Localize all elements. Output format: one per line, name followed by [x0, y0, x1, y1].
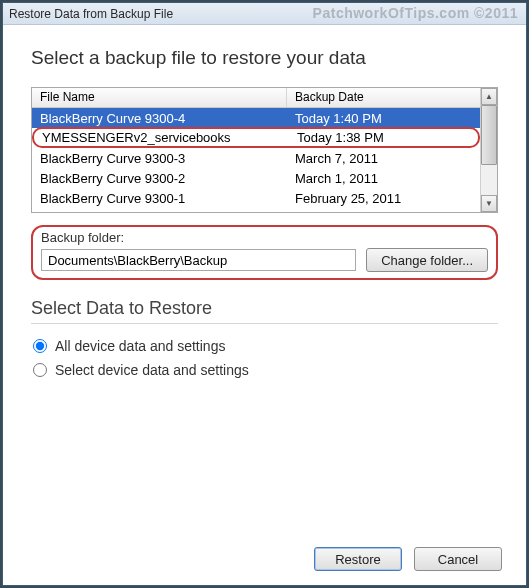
cell-date: Today 1:38 PM	[289, 130, 478, 145]
scroll-track[interactable]	[481, 105, 497, 195]
page-title: Select a backup file to restore your dat…	[31, 47, 498, 69]
table-row[interactable]: BlackBerry Curve 9300-1 February 25, 201…	[32, 188, 480, 208]
restore-button[interactable]: Restore	[314, 547, 402, 571]
change-folder-button[interactable]: Change folder...	[366, 248, 488, 272]
col-header-filename[interactable]: File Name	[32, 88, 287, 107]
restore-options-section: Select Data to Restore All device data a…	[31, 298, 498, 382]
backup-folder-line: Change folder...	[41, 248, 488, 272]
cell-filename: BlackBerry Curve 9300-3	[32, 151, 287, 166]
table-row[interactable]: BlackBerry Curve 9300-3 March 7, 2011	[32, 148, 480, 168]
table-body: File Name Backup Date BlackBerry Curve 9…	[32, 88, 480, 212]
scroll-thumb[interactable]	[481, 105, 497, 165]
table-header-row: File Name Backup Date	[32, 88, 480, 108]
cell-filename: BlackBerry Curve 9300-1	[32, 191, 287, 206]
radio-all-label: All device data and settings	[55, 338, 225, 354]
cell-date: March 7, 2011	[287, 151, 480, 166]
cell-date: Today 1:40 PM	[287, 111, 480, 126]
table-row[interactable]: YMESSENGERv2_servicebooks Today 1:38 PM	[32, 127, 480, 148]
col-header-backupdate[interactable]: Backup Date	[287, 88, 480, 107]
cell-filename: BlackBerry Curve 9300-4	[32, 111, 287, 126]
restore-options-heading: Select Data to Restore	[31, 298, 498, 324]
content-area: Select a backup file to restore your dat…	[3, 25, 526, 382]
backup-folder-section: Backup folder: Change folder...	[31, 225, 498, 280]
cancel-button[interactable]: Cancel	[414, 547, 502, 571]
cell-date: March 1, 2011	[287, 171, 480, 186]
radio-select-data[interactable]: Select device data and settings	[31, 358, 498, 382]
cell-filename: YMESSENGERv2_servicebooks	[34, 130, 289, 145]
backup-folder-input[interactable]	[41, 249, 356, 271]
table-row[interactable]: BlackBerry Curve 9300-2 March 1, 2011	[32, 168, 480, 188]
cell-filename: BlackBerry Curve 9300-2	[32, 171, 287, 186]
radio-all-data[interactable]: All device data and settings	[31, 334, 498, 358]
dialog-footer: Restore Cancel	[314, 547, 502, 571]
restore-window: Restore Data from Backup File PatchworkO…	[2, 2, 527, 586]
cell-date: February 25, 2011	[287, 191, 480, 206]
watermark-text: PatchworkOfTips.com ©2011	[313, 5, 518, 21]
radio-select-input[interactable]	[33, 363, 47, 377]
vertical-scrollbar[interactable]: ▲ ▼	[480, 88, 497, 212]
scroll-up-button[interactable]: ▲	[481, 88, 497, 105]
titlebar: Restore Data from Backup File PatchworkO…	[3, 3, 526, 25]
backup-folder-label: Backup folder:	[41, 230, 488, 245]
radio-select-label: Select device data and settings	[55, 362, 249, 378]
scroll-down-button[interactable]: ▼	[481, 195, 497, 212]
backup-file-table: File Name Backup Date BlackBerry Curve 9…	[31, 87, 498, 213]
radio-all-input[interactable]	[33, 339, 47, 353]
table-row[interactable]: BlackBerry Curve 9300-4 Today 1:40 PM	[32, 108, 480, 128]
window-title: Restore Data from Backup File	[9, 7, 173, 21]
